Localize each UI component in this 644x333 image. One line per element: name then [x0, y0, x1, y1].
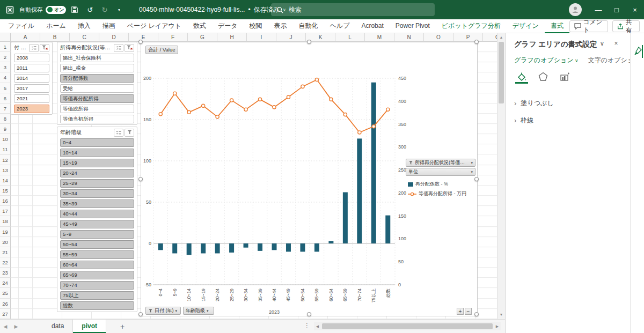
column-header[interactable]: D: [99, 33, 129, 42]
column-header[interactable]: O: [424, 33, 453, 42]
row-header[interactable]: 2: [0, 52, 11, 62]
autosave-control[interactable]: 自動保存 オン: [19, 6, 66, 14]
ribbon-tab[interactable]: 描画: [97, 19, 121, 33]
row-header[interactable]: 3: [0, 62, 11, 72]
chart-selection-handle[interactable]: [138, 312, 143, 316]
row-header[interactable]: 15: [0, 186, 11, 196]
row-header[interactable]: 11: [0, 144, 11, 154]
scroll-up-icon[interactable]: ▲: [497, 34, 505, 41]
collapse-field-button[interactable]: −: [465, 308, 472, 315]
row-header[interactable]: 4: [0, 72, 11, 83]
chart-selection-handle[interactable]: [474, 40, 479, 44]
slicer-item[interactable]: 60~64: [60, 261, 134, 269]
column-header[interactable]: N: [394, 33, 424, 42]
size-properties-icon[interactable]: [558, 70, 571, 84]
column-header[interactable]: A: [11, 33, 40, 42]
ribbon-tab[interactable]: ページ レイアウト: [121, 19, 187, 33]
slicer-item[interactable]: 65~69: [60, 271, 134, 279]
multiselect-icon[interactable]: [114, 44, 123, 52]
row-header[interactable]: 27: [0, 309, 11, 319]
scroll-left-icon[interactable]: ◀: [314, 322, 321, 330]
sheet-nav-right-icon[interactable]: ▶: [11, 324, 21, 329]
account-avatar[interactable]: [569, 3, 582, 16]
ribbon-tab[interactable]: 挿入: [72, 19, 97, 33]
slicer-item[interactable]: 2021: [14, 94, 49, 103]
ribbon-tab[interactable]: Acrobat: [355, 19, 389, 33]
legend-field-button[interactable]: 所得再分配状況(等価所得) ▾: [406, 159, 475, 167]
pane-close-icon[interactable]: ×: [612, 40, 620, 47]
slicer-item[interactable]: 45~49: [60, 220, 134, 228]
chart-selection-handle[interactable]: [307, 312, 311, 316]
slicer-item[interactable]: 20~24: [60, 169, 134, 177]
maximize-button[interactable]: □: [608, 0, 626, 19]
sheet-nav-left-icon[interactable]: ◀: [0, 324, 11, 329]
excel-app-icon[interactable]: [5, 5, 14, 14]
ribbon-tab[interactable]: 数式: [187, 19, 212, 33]
autosave-toggle[interactable]: オン: [46, 6, 66, 14]
slicer-item[interactable]: 50~54: [60, 240, 134, 249]
row-header[interactable]: 9: [0, 124, 11, 134]
pivot-chart[interactable]: -500501001502000501001502002503003504004…: [141, 42, 478, 316]
chart-selection-handle[interactable]: [474, 312, 479, 316]
effects-pentagon-icon[interactable]: [537, 70, 550, 84]
slicer-item[interactable]: 70~74: [60, 281, 134, 290]
row-header[interactable]: 12: [0, 155, 11, 165]
row-header[interactable]: 21: [0, 247, 11, 257]
fill-bucket-icon[interactable]: [515, 70, 528, 84]
redo-icon[interactable]: ↻: [100, 6, 109, 14]
column-header[interactable]: H: [217, 33, 247, 42]
sheet-tab[interactable]: pivot: [72, 320, 106, 333]
slicer-item[interactable]: 等価総所得: [60, 105, 134, 113]
row-header[interactable]: 7: [0, 103, 11, 114]
slicer-item[interactable]: 15~19: [60, 159, 134, 167]
multiselect-icon[interactable]: [29, 44, 39, 52]
scroll-down-icon[interactable]: ▼: [497, 311, 505, 319]
scroll-right-icon[interactable]: ▶: [494, 322, 501, 330]
slicer-item[interactable]: 40~44: [60, 210, 134, 218]
slicer-item[interactable]: 総数: [60, 301, 134, 310]
vertical-scrollbar-thumb[interactable]: [499, 42, 504, 103]
slicer-item[interactable]: 再分配係数: [60, 74, 134, 83]
row-header[interactable]: 19: [0, 227, 11, 237]
row-header[interactable]: 17: [0, 206, 11, 216]
column-header[interactable]: Q: [483, 33, 497, 42]
slicer-item[interactable]: 10~14: [60, 149, 134, 157]
pane-tab[interactable]: グラフのオプション: [514, 56, 579, 65]
vertical-scrollbar[interactable]: ▲ ▼: [497, 33, 505, 319]
ribbon-tab[interactable]: ファイル: [2, 19, 40, 33]
quick-access-caret-icon[interactable]: ▾: [114, 8, 124, 12]
column-header[interactable]: I: [247, 33, 276, 42]
slicer-item[interactable]: 2011: [14, 64, 49, 72]
chart-selection-handle[interactable]: [138, 177, 143, 181]
row-header[interactable]: 23: [0, 268, 11, 278]
horizontal-scrollbar-thumb[interactable]: [322, 323, 493, 329]
row-header[interactable]: 18: [0, 216, 11, 226]
ribbon-tab[interactable]: 表示: [268, 19, 293, 33]
search-box[interactable]: [271, 3, 435, 16]
share-button[interactable]: 共有: [612, 20, 640, 32]
column-header[interactable]: P: [453, 33, 483, 42]
slicer-item[interactable]: 受給: [60, 84, 134, 93]
ribbon-tab[interactable]: Power Pivot: [390, 19, 436, 33]
save-icon[interactable]: [71, 6, 80, 13]
sheet-tab[interactable]: data: [43, 320, 72, 333]
comments-button[interactable]: コメント: [569, 20, 608, 32]
row-header[interactable]: 10: [0, 134, 11, 144]
close-button[interactable]: ×: [626, 0, 644, 19]
slicer-income[interactable]: 所得再分配状況(等価所... 拠出_社会保険料拠出_税金再分配係数受給等価再分配…: [57, 42, 137, 125]
column-header[interactable]: G: [188, 33, 217, 42]
row-header[interactable]: 6: [0, 93, 11, 103]
chart-selection-handle[interactable]: [474, 177, 479, 181]
row-header[interactable]: 24: [0, 278, 11, 288]
multiselect-icon[interactable]: [114, 129, 123, 137]
slicer-item[interactable]: 55~59: [60, 250, 134, 259]
minimize-button[interactable]: —: [589, 0, 608, 19]
format-brush-icon[interactable]: [632, 45, 643, 58]
row-header[interactable]: 14: [0, 175, 11, 186]
ribbon-tab[interactable]: 校閲: [244, 19, 268, 33]
ribbon-tab[interactable]: ホーム: [40, 19, 72, 33]
slicer-item[interactable]: 拠出_社会保険料: [60, 54, 134, 62]
row-header[interactable]: 26: [0, 299, 11, 309]
undo-icon[interactable]: ↺: [85, 6, 95, 14]
search-input[interactable]: [288, 5, 408, 14]
